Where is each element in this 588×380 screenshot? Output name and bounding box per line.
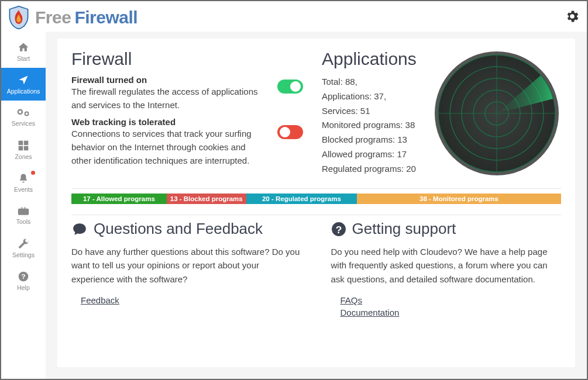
support-text: Do you need help with Cloudevo? We have … — [331, 245, 562, 286]
grid-icon — [18, 140, 29, 151]
stat-applications: Applications: 37, — [322, 89, 421, 104]
speech-bubble-icon — [71, 222, 88, 237]
app-logo: FreeFirewall — [6, 5, 137, 30]
svg-rect-0 — [19, 140, 23, 145]
bar-seg-allowed: 17 - Allowed programs — [71, 194, 167, 204]
sidebar-item-label: Events — [14, 186, 33, 193]
bar-seg-blocked: 13 - Blocked programs — [167, 194, 246, 204]
tracking-status-title: Web tracking is tolerated — [71, 117, 259, 127]
feedback-text: Do have any further questions about this… — [71, 245, 302, 286]
main-card: Firewall Firewall turned on The firewall… — [57, 39, 575, 367]
sidebar-item-label: Start — [17, 55, 30, 62]
sidebar-item-label: Applications — [7, 88, 40, 95]
sidebar-item-zones[interactable]: Zones — [1, 133, 46, 166]
wrench-icon — [18, 238, 29, 250]
main-content: Firewall Firewall turned on The firewall… — [46, 32, 587, 379]
sidebar-item-label: Help — [17, 284, 30, 291]
question-circle-icon: ? — [18, 271, 29, 282]
svg-rect-3 — [24, 146, 29, 150]
stat-regulated: Regulated programs: 20 — [322, 162, 421, 177]
radar-icon — [432, 49, 561, 178]
stat-blocked: Blocked programs: 13 — [322, 133, 421, 147]
cogs-icon — [16, 108, 30, 118]
gear-icon — [565, 9, 580, 24]
stat-services: Services: 51 — [322, 104, 421, 119]
feedback-section: Questions and Feedback Do have any furth… — [71, 220, 302, 320]
sidebar-item-events[interactable]: Events — [1, 166, 46, 199]
toolbox-icon — [18, 206, 29, 216]
program-distribution-bar: 17 - Allowed programs 13 - Blocked progr… — [71, 194, 561, 204]
bar-seg-monitored: 38 - Monitored programs — [357, 194, 561, 204]
feedback-heading: Questions and Feedback — [94, 220, 263, 238]
app-title-free: Free — [35, 8, 71, 27]
divider — [71, 215, 561, 215]
shield-flame-icon — [6, 5, 32, 30]
firewall-section: Firewall Firewall turned on The firewall… — [71, 49, 259, 178]
app-header: FreeFirewall — [1, 1, 587, 32]
feedback-link[interactable]: Feedback — [81, 295, 302, 305]
settings-gear-button[interactable] — [565, 9, 580, 26]
sidebar-item-settings[interactable]: Settings — [1, 232, 46, 264]
support-section: ? Getting support Do you need help with … — [331, 220, 562, 320]
stat-monitored: Monitored programs: 38 — [322, 118, 421, 133]
documentation-link[interactable]: Documentation — [341, 308, 562, 317]
sidebar-item-label: Tools — [16, 218, 31, 225]
stat-allowed: Allowed programs: 17 — [322, 147, 421, 162]
home-icon — [17, 42, 30, 53]
sidebar-item-label: Zones — [15, 153, 32, 160]
firewall-status-title: Firewall turned on — [71, 75, 259, 85]
svg-text:?: ? — [335, 223, 342, 235]
sidebar-item-start[interactable]: Start — [1, 35, 46, 68]
question-circle-icon: ? — [331, 222, 346, 237]
tracking-status-desc: Connections to services that track your … — [71, 127, 259, 168]
sidebar-item-applications[interactable]: Applications — [1, 68, 46, 101]
stat-total: Total: 88, — [322, 75, 421, 89]
applications-heading: Applications — [322, 49, 421, 69]
firewall-heading: Firewall — [71, 49, 259, 69]
arrow-icon — [18, 74, 29, 86]
svg-rect-1 — [24, 140, 29, 145]
bar-seg-regulated: 20 - Regulated programs — [246, 194, 357, 204]
support-heading: Getting support — [352, 220, 456, 238]
sidebar: Start Applications Services Zones Events — [1, 32, 46, 379]
sidebar-item-label: Services — [12, 120, 35, 127]
divider — [71, 188, 561, 189]
sidebar-item-label: Settings — [12, 251, 35, 258]
svg-text:?: ? — [21, 272, 25, 280]
tracking-toggle[interactable] — [277, 125, 303, 139]
app-title-firewall: Firewall — [74, 8, 137, 27]
toggle-column — [276, 49, 304, 178]
firewall-status-desc: The firewall regulates the access of app… — [71, 85, 259, 112]
radar-visual — [432, 49, 561, 178]
sidebar-item-services[interactable]: Services — [1, 101, 46, 133]
faqs-link[interactable]: FAQs — [341, 295, 562, 305]
sidebar-item-help[interactable]: ? Help — [1, 264, 46, 297]
firewall-toggle[interactable] — [277, 80, 303, 94]
notification-dot — [31, 171, 35, 175]
sidebar-item-tools[interactable]: Tools — [1, 199, 46, 232]
bell-icon — [18, 172, 29, 184]
svg-rect-2 — [19, 146, 23, 150]
applications-section: Applications Total: 88, Applications: 37… — [322, 49, 561, 178]
